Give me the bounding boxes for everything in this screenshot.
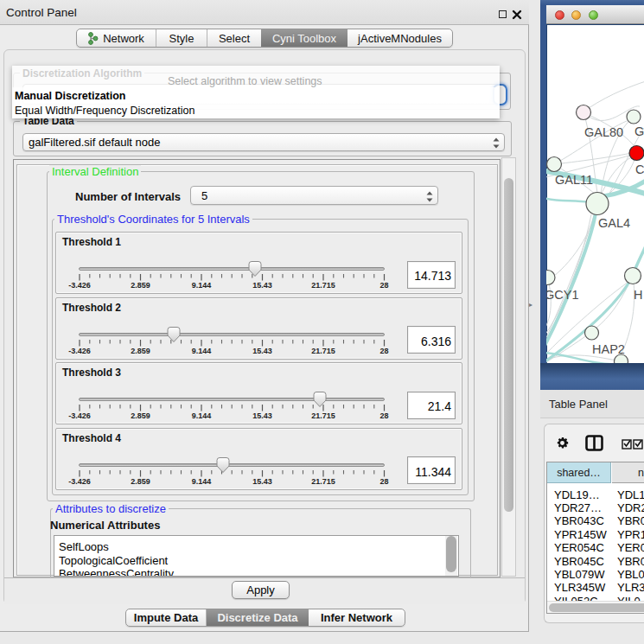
svg-text:HAP2: HAP2	[592, 342, 625, 356]
svg-text:GAL11: GAL11	[555, 173, 593, 187]
svg-text:GAL4: GAL4	[598, 216, 630, 230]
svg-text:H: H	[634, 288, 642, 302]
svg-text:GA: GA	[634, 124, 644, 138]
svg-text:GCY1: GCY1	[546, 288, 579, 302]
svg-text:C: C	[635, 163, 644, 176]
svg-text:GAL80: GAL80	[584, 125, 623, 139]
